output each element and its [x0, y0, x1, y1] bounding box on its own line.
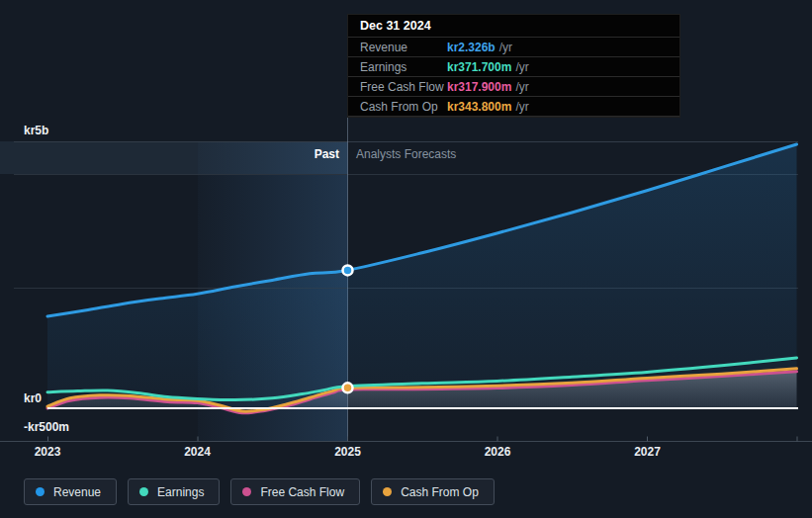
y-axis-label-5b: kr5b [24, 124, 48, 137]
tooltip-label: Free Cash Flow [360, 80, 447, 94]
legend-item-free-cash-flow[interactable]: Free Cash Flow [230, 478, 360, 505]
marker-cash-from-op[interactable] [343, 383, 353, 392]
legend-item-cash-from-op[interactable]: Cash From Op [371, 478, 495, 505]
tooltip-unit: /yr [499, 41, 512, 54]
tooltip-row-free-cash-flow: Free Cash Flow kr317.900m /yr [348, 77, 679, 97]
legend-label: Cash From Op [401, 485, 479, 499]
legend-label: Earnings [157, 485, 204, 499]
tooltip-unit: /yr [515, 60, 528, 74]
cash-from-op-dot-icon [383, 487, 392, 496]
tooltip-unit: /yr [515, 80, 528, 94]
x-tick-2027: 2027 [616, 445, 679, 459]
tooltip-label: Revenue [360, 41, 447, 54]
tooltip-row-earnings: Earnings kr371.700m /yr [348, 57, 679, 77]
earnings-dot-icon [139, 487, 148, 496]
tooltip-value: kr317.900m [447, 80, 511, 94]
x-tick-2024: 2024 [166, 445, 229, 459]
y-axis-label-neg500m: -kr500m [24, 420, 69, 434]
chart-legend: Revenue Earnings Free Cash Flow Cash Fro… [24, 478, 495, 505]
y-axis-label-zero: kr0 [24, 391, 42, 405]
data-tooltip: Dec 31 2024 Revenue kr2.326b /yr Earning… [347, 14, 680, 118]
free-cash-flow-dot-icon [242, 487, 251, 496]
tooltip-value: kr2.326b [447, 41, 496, 54]
tooltip-row-revenue: Revenue kr2.326b /yr [348, 38, 679, 57]
tooltip-row-cash-from-op: Cash From Op kr343.800m /yr [348, 97, 679, 117]
past-section-label: Past [0, 147, 339, 161]
revenue-dot-icon [36, 487, 45, 496]
x-tick-2023: 2023 [16, 445, 79, 459]
chart-panel: Dec 31 2024 Revenue kr2.326b /yr Earning… [0, 0, 812, 518]
tooltip-unit: /yr [515, 100, 528, 114]
x-tick-2026: 2026 [466, 445, 529, 459]
tooltip-value: kr371.700m [447, 60, 511, 74]
tooltip-date: Dec 31 2024 [348, 15, 679, 38]
legend-item-earnings[interactable]: Earnings [128, 478, 220, 505]
x-tick-2025: 2025 [316, 445, 380, 459]
marker-revenue[interactable] [343, 265, 353, 275]
legend-label: Free Cash Flow [260, 485, 344, 499]
legend-label: Revenue [53, 485, 101, 499]
tooltip-label: Cash From Op [360, 100, 447, 114]
tooltip-label: Earnings [360, 60, 447, 74]
analysts-forecasts-label: Analysts Forecasts [356, 147, 456, 161]
legend-item-revenue[interactable]: Revenue [24, 478, 117, 505]
tooltip-value: kr343.800m [447, 100, 511, 114]
